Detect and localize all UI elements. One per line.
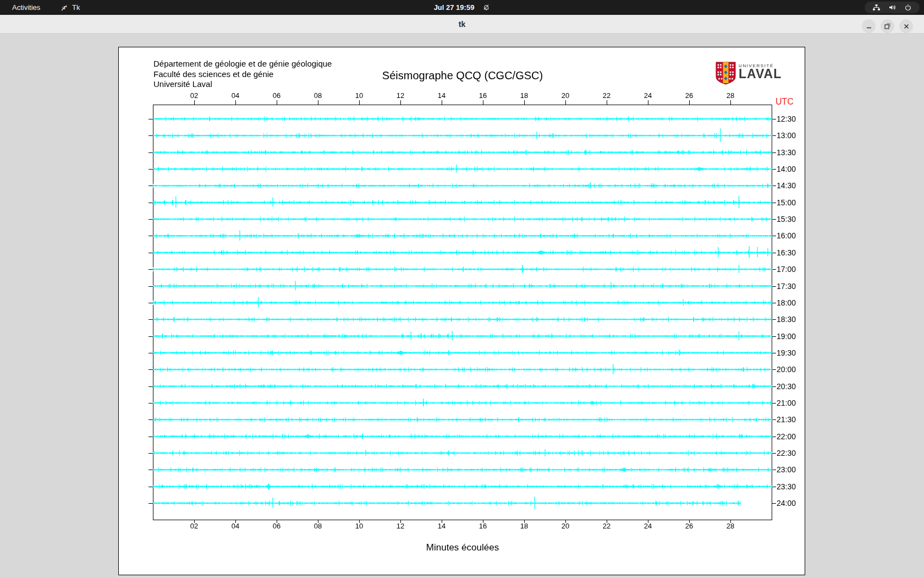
utc-time-label: 18:30 xyxy=(777,315,796,324)
top-tick-label: 14 xyxy=(438,91,446,100)
utc-time-label: 24:00 xyxy=(777,499,796,508)
bottom-tick-label: 10 xyxy=(355,522,363,530)
power-icon xyxy=(904,4,912,12)
top-tick-label: 18 xyxy=(520,91,528,100)
utc-time-label: 14:00 xyxy=(777,165,796,173)
desktop: Activities Tk Jul 27 19:59 tk xyxy=(0,0,924,578)
bottom-tick-label: 14 xyxy=(438,522,446,530)
utc-time-label: 15:00 xyxy=(777,198,796,207)
window-title: tk xyxy=(0,15,924,34)
x-axis-title: Minutes écoulées xyxy=(426,542,499,553)
utc-time-label: 21:00 xyxy=(777,399,796,407)
utc-time-label: 13:30 xyxy=(777,148,796,157)
clock-area[interactable]: Jul 27 19:59 xyxy=(434,0,491,15)
top-tick-label: 12 xyxy=(397,91,404,100)
bottom-tick-label: 18 xyxy=(520,522,528,530)
bottom-tick-label: 04 xyxy=(232,522,239,530)
bottom-tick-label: 22 xyxy=(603,522,610,530)
utc-time-label: 22:30 xyxy=(777,449,796,457)
tk-feather-icon xyxy=(61,4,68,12)
utc-time-label: 13:00 xyxy=(777,131,796,140)
bottom-tick-label: 12 xyxy=(397,522,404,530)
utc-time-label: 17:30 xyxy=(777,282,796,291)
utc-time-label: 20:00 xyxy=(777,365,796,374)
plot-title: Séismographe QCQ (CGC/GSC) xyxy=(382,69,543,82)
utc-time-label: 23:30 xyxy=(777,482,796,491)
bottom-tick-label: 28 xyxy=(727,522,734,530)
top-tick-label: 04 xyxy=(232,91,239,100)
maximize-button[interactable] xyxy=(881,19,894,33)
minimize-button[interactable] xyxy=(862,19,876,33)
gnome-top-bar: Activities Tk Jul 27 19:59 xyxy=(0,0,924,15)
top-tick-label: 28 xyxy=(727,91,734,100)
bottom-tick-label: 20 xyxy=(562,522,569,530)
activities-button[interactable]: Activities xyxy=(9,0,43,15)
top-tick-label: 20 xyxy=(562,91,569,100)
top-tick-label: 22 xyxy=(603,91,610,100)
focused-app-name: Tk xyxy=(72,3,80,12)
bottom-tick-label: 26 xyxy=(685,522,693,530)
utc-time-label: 14:30 xyxy=(777,181,796,190)
institution-line-3: Université Laval xyxy=(153,79,332,90)
top-tick-label: 10 xyxy=(355,91,363,100)
network-icon xyxy=(872,4,881,11)
utc-time-label: 17:00 xyxy=(777,265,796,274)
institution-line-1: Département de géologie et de génie géol… xyxy=(153,59,332,69)
bottom-tick-label: 06 xyxy=(273,522,280,530)
utc-time-label: 21:30 xyxy=(777,415,796,424)
top-tick-label: 06 xyxy=(273,91,280,100)
system-tray[interactable] xyxy=(865,2,920,13)
utc-time-label: 23:00 xyxy=(777,465,796,474)
bottom-tick-label: 02 xyxy=(190,522,198,530)
window-title-bar[interactable]: tk xyxy=(0,15,924,34)
utc-time-label: 19:30 xyxy=(777,348,796,357)
utc-label: UTC xyxy=(776,97,794,107)
top-tick-label: 02 xyxy=(190,91,198,100)
top-tick-label: 16 xyxy=(479,91,487,100)
top-tick-label: 24 xyxy=(644,91,652,100)
utc-time-label: 18:00 xyxy=(777,298,796,307)
utc-time-label: 22:00 xyxy=(777,432,796,441)
universite-laval-logo: UNIVERSITÉ LAVAL xyxy=(716,62,798,85)
focused-app-indicator[interactable]: Tk xyxy=(61,0,80,15)
top-tick-label: 08 xyxy=(314,91,322,100)
utc-time-label: 15:30 xyxy=(777,215,796,223)
institution-line-2: Faculté des sciences et de génie xyxy=(153,69,332,80)
clock-label: Jul 27 19:59 xyxy=(434,3,475,12)
utc-time-label: 12:30 xyxy=(777,114,796,123)
utc-time-label: 16:00 xyxy=(777,231,796,240)
bottom-tick-label: 08 xyxy=(314,522,322,530)
close-button[interactable] xyxy=(899,19,913,33)
laval-shield-icon xyxy=(716,77,736,86)
volume-icon xyxy=(888,4,897,11)
logo-laval-text: LAVAL xyxy=(739,68,782,79)
institution-header: Département de géologie et de génie géol… xyxy=(153,59,332,90)
utc-time-label: 20:30 xyxy=(777,382,796,391)
seismogram-plot xyxy=(119,47,806,576)
utc-time-label: 16:30 xyxy=(777,248,796,257)
bell-slash-icon xyxy=(482,3,490,12)
seismograph-panel: Département de géologie et de génie géol… xyxy=(118,47,805,575)
utc-time-label: 19:00 xyxy=(777,332,796,341)
bottom-tick-label: 24 xyxy=(644,522,652,530)
top-tick-label: 26 xyxy=(685,91,693,100)
bottom-tick-label: 16 xyxy=(479,522,487,530)
